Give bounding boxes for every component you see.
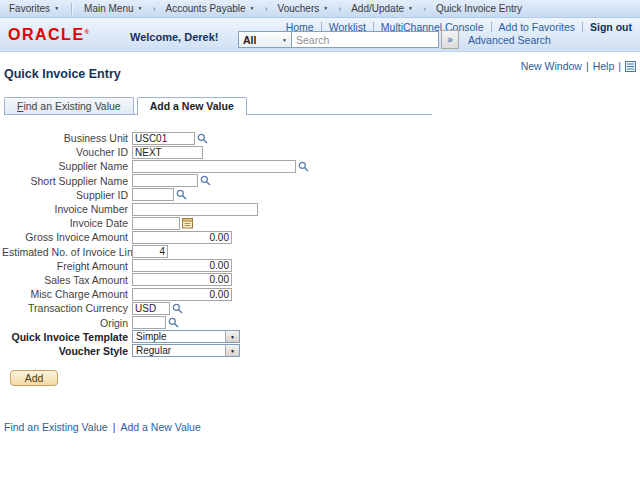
breadcrumb-item-label: Add/Update [351,3,404,14]
lookup-magnifier-icon[interactable] [298,161,309,172]
field-label-origin: Origin [2,317,132,329]
search-scope-dropdown[interactable]: All ▼ [238,31,292,48]
field-label-estimated-no-of-invoice-lines: Estimated No. of Invoice Lines [2,246,132,258]
form-row-invoice-number: Invoice Number [2,202,309,216]
field-label-supplier-name: Supplier Name [2,160,132,172]
breadcrumb-item-favorites[interactable]: Favorites▼ [0,0,68,17]
form-row-origin: Origin [2,315,309,329]
chevron-down-icon: ▼ [225,331,239,342]
field-label-voucher-style: Voucher Style [2,345,132,357]
header-band: HomeWorklistMultiChannel ConsoleAdd to F… [0,18,640,52]
form-row-misc-charge-amount: Misc Charge Amount [2,287,309,301]
oracle-logo: ORACLE® [8,26,89,44]
invoice-number-input[interactable] [132,203,258,216]
breadcrumb-item-vouchers[interactable]: Vouchers▼ [269,0,338,17]
freight-amount-input[interactable] [132,259,232,272]
voucher-style-select[interactable]: Regular▼ [132,344,240,357]
form-row-gross-invoice-amount: Gross Invoice Amount [2,230,309,244]
field-label-voucher-id: Voucher ID [2,146,132,158]
separator: | [586,60,589,72]
lookup-magnifier-icon[interactable] [168,317,179,328]
field-label-transaction-currency: Transaction Currency [2,302,132,314]
footer-links: Find an Existing Value|Add a New Value [4,421,201,433]
tab-add-a-new-value[interactable]: Add a New Value [137,97,247,114]
breadcrumb-item-main-menu[interactable]: Main Menu▼ [75,0,151,17]
separator [582,22,583,32]
page-utility-links: New Window | Help | [521,60,636,72]
add-button[interactable]: Add [10,370,58,386]
field-label-gross-invoice-amount: Gross Invoice Amount [2,231,132,243]
field-label-sales-tax-amount: Sales Tax Amount [2,274,132,286]
short-supplier-name-input[interactable] [132,174,198,187]
breadcrumb-item-add-update[interactable]: Add/Update▼ [342,0,422,17]
calendar-icon[interactable] [182,217,194,229]
form-row-supplier-id: Supplier ID [2,188,309,202]
estimated-no-of-invoice-lines-input[interactable] [132,245,168,258]
quick-invoice-entry-page: Favorites▼Main Menu▼›Accounts Payable▼›V… [0,0,640,480]
chevron-down-icon: ▼ [323,6,328,11]
form-row-freight-amount: Freight Amount [2,259,309,273]
help-link[interactable]: Help [593,60,615,72]
footer-link-add-a-new-value[interactable]: Add a New Value [120,421,200,433]
form-row-quick-invoice-template: Quick Invoice TemplateSimple▼ [2,330,309,344]
advanced-search-link[interactable]: Advanced Search [468,34,551,46]
field-label-invoice-date: Invoice Date [2,217,132,229]
form-row-business-unit: Business Unit [2,131,309,145]
separator: | [618,60,621,72]
breadcrumb: Favorites▼Main Menu▼›Accounts Payable▼›V… [0,0,640,18]
voucher-id-input[interactable] [132,146,203,159]
welcome-text: Welcome, Derek! [130,31,218,43]
footer-link-find-an-existing-value[interactable]: Find an Existing Value [4,421,108,433]
chevron-down-icon: ▼ [408,6,413,11]
quick-invoice-template-select[interactable]: Simple▼ [132,330,240,343]
field-label-short-supplier-name: Short Supplier Name [2,175,132,187]
breadcrumb-item-label: Accounts Payable [166,3,246,14]
misc-charge-amount-input[interactable] [132,288,232,301]
field-label-freight-amount: Freight Amount [2,260,132,272]
separator: | [113,421,116,433]
search-group: All ▼ » Advanced Search [238,30,551,49]
lookup-magnifier-icon[interactable] [200,175,211,186]
field-label-invoice-number: Invoice Number [2,203,132,215]
form-row-transaction-currency: Transaction Currency [2,301,309,315]
breadcrumb-item-label: Main Menu [84,3,133,14]
field-label-supplier-id: Supplier ID [2,189,132,201]
chevron-down-icon: ▼ [54,6,59,11]
transaction-currency-input[interactable] [132,302,170,315]
supplier-id-input[interactable] [132,188,174,201]
tab-bar: Find an Existing ValueAdd a New Value [4,97,432,115]
sign-out-link[interactable]: Sign out [590,21,632,33]
lookup-magnifier-icon[interactable] [176,189,187,200]
chevron-down-icon: ▼ [282,37,287,43]
breadcrumb-separator [71,3,72,15]
origin-input[interactable] [132,316,166,329]
breadcrumb-item-label: Favorites [9,3,50,14]
chevron-down-icon: ▼ [250,6,255,11]
form-row-sales-tax-amount: Sales Tax Amount [2,273,309,287]
business-unit-input[interactable] [132,132,195,145]
search-go-button[interactable]: » [441,30,459,49]
breadcrumb-item-label: Quick Invoice Entry [436,3,522,14]
form-row-short-supplier-name: Short Supplier Name [2,174,309,188]
chevron-down-icon: ▼ [138,6,143,11]
supplier-name-input[interactable] [132,160,296,173]
invoice-date-input[interactable] [132,217,180,230]
search-input[interactable] [292,31,439,48]
new-window-link[interactable]: New Window [521,60,582,72]
select-value: Simple [136,331,167,342]
form-row-invoice-date: Invoice Date [2,216,309,230]
entry-form: Business UnitVoucher IDSupplier NameShor… [2,131,309,358]
form-row-supplier-name: Supplier Name [2,159,309,173]
lookup-magnifier-icon[interactable] [172,303,183,314]
breadcrumb-item-quick-invoice-entry[interactable]: Quick Invoice Entry [427,0,531,17]
gross-invoice-amount-input[interactable] [132,231,232,244]
sales-tax-amount-input[interactable] [132,273,232,286]
tab-find-an-existing-value[interactable]: Find an Existing Value [4,97,134,114]
breadcrumb-item-accounts-payable[interactable]: Accounts Payable▼ [157,0,264,17]
breadcrumb-item-label: Vouchers [278,3,320,14]
personalize-page-icon[interactable] [625,61,636,72]
field-label-quick-invoice-template: Quick Invoice Template [2,331,132,343]
form-row-estimated-no-of-invoice-lines: Estimated No. of Invoice Lines [2,245,309,259]
lookup-magnifier-icon[interactable] [197,133,208,144]
form-row-voucher-id: Voucher ID [2,145,309,159]
